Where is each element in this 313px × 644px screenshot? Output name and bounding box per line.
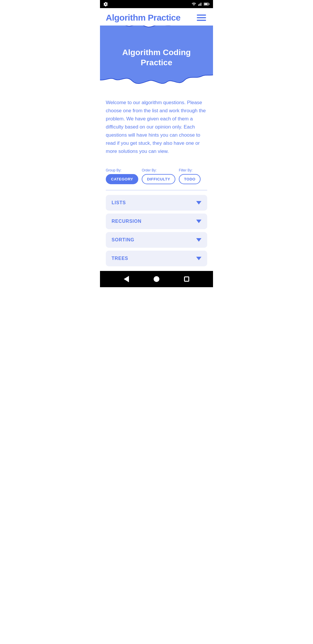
hero-section: Algorithm Coding Practice [100, 26, 213, 89]
chevron-down-icon [196, 257, 201, 260]
category-label: LISTS [112, 200, 126, 205]
app-title: Algorithm Practice [106, 13, 181, 23]
category-item[interactable]: LISTS [106, 195, 207, 211]
category-label: RECURSION [112, 219, 141, 224]
filter-by-control: Filter By: TODO [179, 168, 201, 184]
hero-title: Algorithm Coding Practice [111, 47, 202, 68]
svg-rect-0 [198, 4, 199, 6]
controls-section: Group By: CATEGORY Order By: DIFFICULTY … [100, 161, 213, 187]
home-button[interactable] [154, 276, 159, 282]
order-by-difficulty-button[interactable]: DIFFICULTY [142, 174, 175, 184]
hamburger-line-2 [197, 17, 206, 18]
category-item[interactable]: TREES [106, 251, 207, 266]
top-nav: Algorithm Practice [100, 8, 213, 26]
bottom-nav [100, 271, 213, 287]
gear-icon [103, 2, 108, 6]
category-item[interactable]: RECURSION [106, 214, 207, 229]
filter-by-todo-button[interactable]: TODO [179, 174, 201, 184]
battery-icon [204, 2, 210, 6]
hamburger-line-1 [197, 15, 206, 16]
hamburger-line-3 [197, 20, 206, 21]
wifi-icon [192, 2, 196, 6]
category-item[interactable]: SORTING [106, 232, 207, 248]
status-bar-right [192, 2, 210, 6]
status-bar [100, 0, 213, 8]
svg-rect-4 [204, 3, 208, 5]
chevron-down-icon [196, 220, 201, 223]
group-by-label: Group By: [106, 168, 138, 172]
category-label: TREES [112, 256, 128, 261]
svg-rect-1 [199, 3, 200, 6]
order-by-label: Order By: [142, 168, 175, 172]
chevron-down-icon [196, 238, 201, 242]
recents-button[interactable] [184, 276, 189, 282]
welcome-section: Welcome to our algorithm questions. Plea… [100, 89, 213, 161]
group-by-control: Group By: CATEGORY [106, 168, 138, 184]
welcome-text: Welcome to our algorithm questions. Plea… [106, 99, 207, 155]
chevron-down-icon [196, 201, 201, 205]
svg-rect-5 [209, 3, 210, 4]
category-label: SORTING [112, 237, 134, 243]
svg-rect-2 [201, 3, 201, 6]
order-by-control: Order By: DIFFICULTY [142, 168, 175, 184]
menu-button[interactable] [196, 13, 207, 22]
back-button[interactable] [124, 276, 129, 282]
filter-by-label: Filter By: [179, 168, 201, 172]
categories-section: LISTSRECURSIONSORTINGTREES [100, 190, 213, 271]
signal-icon [198, 2, 202, 6]
group-by-category-button[interactable]: CATEGORY [106, 174, 138, 184]
status-bar-left [103, 2, 108, 6]
